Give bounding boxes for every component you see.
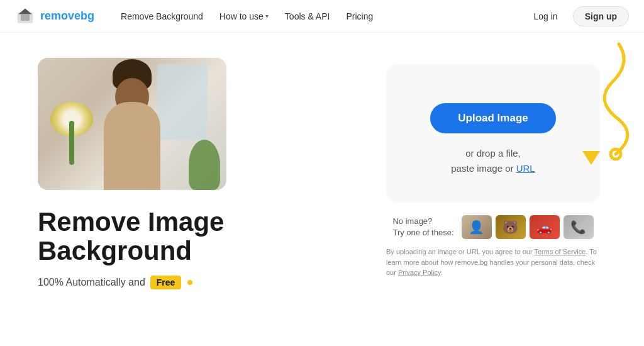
sample-thumb-phone[interactable]: 📞 <box>564 215 594 239</box>
person-body <box>104 102 160 190</box>
svg-rect-2 <box>21 14 30 21</box>
nav-actions: Log in Sign up <box>526 6 629 26</box>
hero-image-inner <box>38 58 226 190</box>
nav-link-pricing[interactable]: Pricing <box>340 8 379 25</box>
logo[interactable]: removebg <box>15 6 94 26</box>
navbar: removebg Remove Background How to use ▾ … <box>0 0 644 33</box>
hero-image <box>38 58 226 190</box>
nav-link-how-to-use[interactable]: How to use ▾ <box>213 8 275 25</box>
window-decoration <box>157 64 208 140</box>
sample-thumb-person[interactable]: 👤 <box>462 215 492 239</box>
sample-label: No image? Try one of these: <box>392 216 453 238</box>
plant-decoration <box>189 140 220 190</box>
nav-link-tools-api[interactable]: Tools & API <box>279 8 336 25</box>
nav-links: Remove Background How to use ▾ Tools & A… <box>114 8 526 25</box>
terms-of-service-link[interactable]: Terms of Service <box>534 248 586 255</box>
free-dot-decoration <box>187 280 192 285</box>
sample-images-row: No image? Try one of these: 👤 🐻 🚗 📞 <box>392 215 593 239</box>
chevron-down-icon: ▾ <box>265 13 269 20</box>
login-button[interactable]: Log in <box>526 8 565 25</box>
privacy-policy-link[interactable]: Privacy Policy <box>398 269 441 276</box>
upload-card: Upload Image or drop a file, paste image… <box>386 64 600 203</box>
sample-thumb-bear[interactable]: 🐻 <box>496 215 526 239</box>
url-link[interactable]: URL <box>516 163 535 174</box>
flower-stem <box>69 121 74 165</box>
svg-marker-1 <box>18 8 31 14</box>
free-badge: Free <box>150 276 182 289</box>
upload-image-button[interactable]: Upload Image <box>430 103 556 133</box>
main-content: Remove Image Background 100% Automatical… <box>0 33 644 289</box>
signup-button[interactable]: Sign up <box>573 6 629 26</box>
sample-thumbs: 👤 🐻 🚗 📞 <box>462 215 594 239</box>
hero-subtitle: 100% Automatically and Free <box>38 276 355 289</box>
logo-text: removebg <box>40 9 94 23</box>
logo-icon <box>15 6 35 26</box>
terms-text: By uploading an image or URL you agree t… <box>380 247 606 278</box>
nav-link-remove-background[interactable]: Remove Background <box>114 8 209 25</box>
hero-section: Remove Image Background 100% Automatical… <box>38 58 355 289</box>
flowers <box>50 102 94 165</box>
upload-section: Upload Image or drop a file, paste image… <box>380 58 606 289</box>
hero-title: Remove Image Background <box>38 208 355 265</box>
sample-thumb-car[interactable]: 🚗 <box>530 215 560 239</box>
drop-text: or drop a file, paste image or URL <box>451 146 535 176</box>
